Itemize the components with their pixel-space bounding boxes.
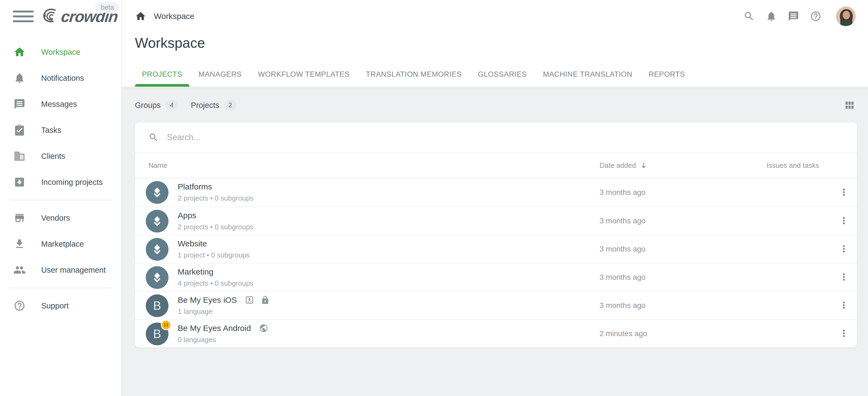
row-menu-button[interactable]: [837, 326, 850, 342]
row-date-added: 3 months ago: [599, 178, 646, 207]
sidebar-item-label: Messages: [41, 100, 77, 109]
menu-icon[interactable]: [13, 9, 34, 24]
help-icon: [810, 10, 822, 22]
user-avatar[interactable]: [836, 6, 856, 27]
sidebar: crowdin beta WorkspaceNotificationsMessa…: [0, 0, 122, 396]
project-avatar-letter: B: [153, 327, 161, 341]
sidebar-item-notifications[interactable]: Notifications: [0, 65, 121, 91]
row-inline-icons: [245, 296, 270, 305]
filter-projects-count: 2: [224, 100, 236, 111]
sidebar-item-messages[interactable]: Messages: [0, 91, 121, 117]
bell-icon: [13, 71, 26, 85]
tab-workflow-templates[interactable]: WORKFLOW TEMPLATES: [251, 70, 356, 87]
sort-desc-icon: [640, 161, 648, 170]
crowdin-logo-icon: [41, 7, 59, 26]
table-row[interactable]: Platforms2 projects • 0 subgroups3 month…: [135, 178, 857, 207]
sidebar-item-support[interactable]: Support: [0, 293, 121, 319]
project-avatar-letter: B: [153, 299, 161, 312]
search-input[interactable]: [167, 132, 546, 142]
breadcrumb-label: Workspace: [154, 12, 194, 21]
tabstrip: PROJECTSMANAGERSWORKFLOW TEMPLATESTRANSL…: [122, 63, 868, 87]
row-menu-button[interactable]: [837, 241, 850, 257]
globe-icon: [259, 324, 268, 333]
sidebar-item-user-management[interactable]: User management: [0, 257, 121, 283]
sidebar-item-clients[interactable]: Clients: [0, 143, 121, 169]
row-date-added: 3 months ago: [599, 264, 646, 291]
bell-icon: [766, 10, 777, 22]
table-row[interactable]: Apps2 projects • 0 subgroups3 months ago: [135, 207, 857, 235]
group-avatar: [146, 181, 168, 204]
paused-badge-icon: [161, 320, 171, 330]
filter-groups[interactable]: Groups 4: [135, 100, 178, 111]
tab-glossaries[interactable]: GLOSSARIES: [471, 70, 534, 87]
chat-button[interactable]: [787, 10, 800, 23]
column-header-name: Name: [149, 153, 167, 178]
row-menu-button[interactable]: [837, 184, 850, 201]
grid-view-icon[interactable]: [844, 100, 856, 111]
sidebar-nav: WorkspaceNotificationsMessagesTasksClien…: [0, 33, 121, 319]
sidebar-item-incoming-projects[interactable]: Incoming projects: [0, 169, 121, 195]
table-row[interactable]: Website1 project • 0 subgroups3 months a…: [135, 235, 857, 263]
sidebar-divider: [10, 287, 112, 288]
kebab-icon: [839, 244, 848, 253]
clients-icon: [13, 150, 26, 163]
breadcrumb[interactable]: Workspace: [135, 10, 194, 22]
projects-card: Name Date added Issues and tasks Platfor…: [135, 123, 857, 347]
table-body: Platforms2 projects • 0 subgroups3 month…: [135, 178, 857, 347]
group-layers-icon: [150, 214, 164, 228]
chat-icon: [788, 10, 799, 22]
project-avatar: B: [146, 294, 168, 317]
tab-machine-translation[interactable]: MACHINE TRANSLATION: [536, 70, 639, 87]
filter-projects[interactable]: Projects 2: [191, 100, 236, 111]
row-date-added: 3 months ago: [599, 235, 646, 263]
kebab-icon: [839, 272, 848, 282]
search-button[interactable]: [743, 10, 755, 23]
sidebar-item-workspace[interactable]: Workspace: [0, 39, 121, 65]
table-row[interactable]: Marketing4 projects • 0 subgroups3 month…: [135, 263, 857, 291]
tab-reports[interactable]: REPORTS: [642, 70, 692, 87]
sidebar-divider: [10, 200, 112, 200]
group-layers-icon: [150, 271, 164, 284]
row-date-added: 2 minutes ago: [599, 320, 647, 347]
row-title[interactable]: Website: [178, 239, 207, 248]
sidebar-item-label: Incoming projects: [41, 178, 103, 187]
sidebar-item-label: User management: [41, 266, 106, 275]
row-title[interactable]: Be My Eyes iOS: [178, 296, 237, 305]
row-menu-button[interactable]: [837, 213, 850, 229]
bell-button[interactable]: [765, 10, 777, 23]
kebab-icon: [839, 301, 848, 310]
row-title[interactable]: Marketing: [178, 267, 214, 276]
table-row[interactable]: BBe My Eyes iOS1 language3 months ago: [135, 291, 857, 319]
row-inline-icons: [259, 324, 268, 333]
tab-managers[interactable]: MANAGERS: [191, 70, 249, 87]
search-bar: [135, 123, 857, 153]
group-avatar: [146, 266, 168, 289]
tab-translation-memories[interactable]: TRANSLATION MEMORIES: [359, 70, 469, 87]
help-button[interactable]: [809, 10, 822, 23]
row-subtitle: 1 project • 0 subgroups: [178, 251, 250, 260]
filter-groups-label: Groups: [135, 101, 161, 110]
row-date-added: 3 months ago: [599, 207, 646, 235]
sidebar-item-tasks[interactable]: Tasks: [0, 117, 121, 143]
topbar: Workspace: [122, 0, 868, 33]
page-title: Workspace: [135, 35, 205, 51]
beta-badge: beta: [95, 2, 120, 13]
row-title[interactable]: Platforms: [178, 182, 212, 191]
table-row[interactable]: BBe My Eyes Android0 languages2 minutes …: [135, 319, 857, 347]
column-header-date-added[interactable]: Date added: [599, 153, 648, 178]
sidebar-item-marketplace[interactable]: Marketplace: [0, 231, 121, 257]
row-menu-button[interactable]: [837, 269, 850, 285]
row-title[interactable]: Apps: [178, 211, 196, 220]
sidebar-item-label: Vendors: [41, 214, 70, 222]
group-layers-icon: [150, 242, 164, 256]
row-menu-button[interactable]: [837, 297, 850, 314]
file-download-icon: [245, 296, 254, 305]
filter-projects-label: Projects: [191, 101, 219, 110]
project-avatar: B: [146, 323, 168, 345]
kebab-icon: [839, 188, 848, 197]
tab-projects[interactable]: PROJECTS: [135, 70, 189, 87]
sidebar-item-vendors[interactable]: Vendors: [0, 205, 121, 231]
row-title[interactable]: Be My Eyes Android: [178, 324, 251, 333]
content-area: Groups 4 Projects 2 Name Date added: [122, 87, 868, 396]
tasks-icon: [13, 124, 26, 136]
